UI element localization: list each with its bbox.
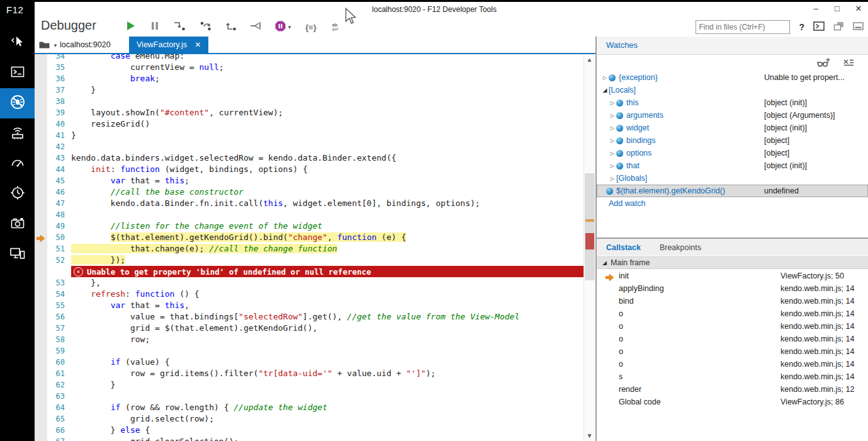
line-number[interactable]: 46 bbox=[35, 186, 65, 198]
expander-collapsed-icon[interactable]: ▷ bbox=[609, 176, 616, 181]
line-number[interactable]: 54 bbox=[35, 289, 65, 300]
editor-scrollbar[interactable]: ▲ ▼ bbox=[583, 54, 595, 441]
sidebar-item-ui-responsiveness[interactable] bbox=[0, 149, 35, 179]
close-tab-icon[interactable]: ✕ bbox=[194, 40, 201, 49]
minimize-icon[interactable]: – bbox=[810, 4, 821, 13]
expander-collapsed-icon[interactable]: ▷ bbox=[609, 125, 616, 131]
callstack-frame[interactable]: applyBindingkendo.web.min.js; 14 bbox=[597, 282, 868, 295]
callstack-frame[interactable]: renderkendo.web.min.js; 12 bbox=[597, 383, 868, 396]
watches-panel-header[interactable]: Watches bbox=[597, 37, 868, 55]
word-wrap-button[interactable]: abc↵ bbox=[330, 20, 341, 34]
line-number[interactable]: 52 bbox=[35, 255, 65, 266]
watch-row[interactable]: ▷arguments[object (Arguments)] bbox=[597, 109, 868, 122]
add-watch-icon[interactable] bbox=[817, 57, 830, 70]
sidebar-item-console[interactable] bbox=[0, 58, 35, 88]
code-editor[interactable]: 34 case eMenu.Map:35 currentView = null;… bbox=[35, 54, 595, 441]
expander-collapsed-icon[interactable]: ▷ bbox=[609, 163, 616, 169]
watch-row[interactable]: ◢[Locals] bbox=[597, 84, 868, 96]
step-over-button[interactable] bbox=[200, 20, 212, 34]
console-popup-button[interactable] bbox=[813, 21, 825, 33]
help-button[interactable]: ? bbox=[799, 22, 804, 32]
line-number[interactable]: 64 bbox=[35, 402, 65, 413]
line-number[interactable]: 62 bbox=[35, 379, 65, 391]
expander-expanded-icon[interactable]: ◢ bbox=[601, 87, 609, 93]
line-number[interactable]: 63 bbox=[35, 391, 65, 402]
callstack-frame[interactable]: initViewFactory.js; 50 bbox=[597, 270, 868, 282]
tab-viewfactory[interactable]: ViewFactory.js ✕ bbox=[129, 37, 208, 53]
find-in-files-input[interactable] bbox=[696, 20, 790, 34]
callstack-frame[interactable]: okendo.web.min.js; 14 bbox=[597, 358, 868, 370]
open-file-button[interactable]: ▼ bbox=[39, 40, 58, 51]
step-out-button[interactable] bbox=[225, 20, 237, 34]
line-number[interactable]: 44 bbox=[35, 164, 65, 175]
watch-row[interactable]: $(that.element).getKendoGrid()undefined bbox=[597, 185, 868, 197]
line-number[interactable]: 45 bbox=[35, 175, 65, 186]
scroll-up-icon[interactable]: ▲ bbox=[584, 54, 595, 65]
callstack-frame[interactable]: skendo.web.min.js; 14 bbox=[597, 370, 868, 383]
sidebar-item-debugger[interactable] bbox=[0, 88, 35, 118]
watch-row[interactable]: ▷that[object (init)] bbox=[597, 159, 868, 172]
tab-source-root[interactable]: localhost:9020 bbox=[60, 37, 111, 53]
line-number[interactable]: 51 bbox=[35, 243, 65, 255]
cascade-windows-button[interactable] bbox=[833, 21, 844, 33]
line-number[interactable]: 55 bbox=[35, 300, 65, 311]
line-number[interactable]: 36 bbox=[35, 73, 65, 84]
watch-row[interactable]: ▷{exception}Unable to get propert... bbox=[597, 71, 868, 84]
watch-row[interactable]: ▷[Globals] bbox=[597, 172, 868, 185]
callstack-group-row[interactable]: ◢ Main frame bbox=[597, 256, 868, 269]
continue-button[interactable] bbox=[125, 20, 136, 34]
add-watch-link[interactable]: Add watch bbox=[597, 197, 868, 210]
clear-watches-icon[interactable] bbox=[843, 57, 854, 70]
maximize-icon[interactable]: □ bbox=[831, 4, 843, 13]
expander-collapsed-icon[interactable]: ▷ bbox=[601, 75, 609, 81]
step-into-button[interactable] bbox=[174, 20, 186, 34]
line-number[interactable]: 66 bbox=[35, 425, 65, 436]
line-number[interactable]: 35 bbox=[35, 62, 65, 73]
line-number[interactable]: 34 bbox=[35, 54, 65, 62]
expander-collapsed-icon[interactable]: ▷ bbox=[609, 113, 616, 118]
close-icon[interactable]: ✕ bbox=[853, 4, 864, 13]
line-number[interactable]: 41 bbox=[35, 130, 65, 141]
line-number[interactable]: 65 bbox=[35, 413, 65, 425]
expander-collapsed-icon[interactable]: ▷ bbox=[609, 100, 616, 106]
sidebar-item-network[interactable] bbox=[0, 118, 35, 149]
scrollbar-thumb[interactable] bbox=[585, 173, 595, 280]
tab-callstack[interactable]: Callstack bbox=[606, 243, 641, 252]
watch-row[interactable]: ▷this[object (init)] bbox=[597, 96, 868, 109]
exception-behavior-button[interactable]: ▼ bbox=[275, 20, 292, 34]
expander-collapsed-icon[interactable]: ▷ bbox=[609, 138, 616, 144]
line-number[interactable]: 61 bbox=[35, 368, 65, 379]
line-number[interactable]: 60 bbox=[35, 357, 65, 368]
sidebar-item-dom-explorer[interactable] bbox=[0, 28, 35, 58]
line-number[interactable]: 40 bbox=[35, 118, 65, 130]
callstack-frame[interactable]: bindkendo.web.min.js; 14 bbox=[597, 295, 868, 307]
line-number[interactable]: 48 bbox=[35, 209, 65, 220]
line-number[interactable]: 43 bbox=[35, 152, 65, 164]
line-number[interactable]: 49 bbox=[35, 220, 65, 232]
sidebar-item-profiler[interactable] bbox=[0, 179, 35, 209]
callstack-frame[interactable]: okendo.web.min.js; 14 bbox=[597, 307, 868, 320]
sidebar-item-emulation[interactable] bbox=[0, 239, 35, 270]
line-number[interactable]: 37 bbox=[35, 84, 65, 96]
pretty-print-button[interactable]: {≡} bbox=[305, 20, 317, 34]
break-button[interactable] bbox=[149, 20, 161, 34]
callstack-frame[interactable]: okendo.web.min.js; 14 bbox=[597, 320, 868, 333]
line-number[interactable]: 39 bbox=[35, 107, 65, 118]
callstack-frame[interactable]: Global codeViewFactory.js; 86 bbox=[597, 396, 868, 408]
break-on-new-worker-button[interactable] bbox=[250, 20, 262, 34]
tab-breakpoints[interactable]: Breakpoints bbox=[660, 243, 701, 252]
watch-row[interactable]: ▷bindings[object] bbox=[597, 134, 868, 147]
callstack-frame[interactable]: okendo.web.min.js; 14 bbox=[597, 345, 868, 358]
watch-row[interactable]: ▷widget[object (init)] bbox=[597, 122, 868, 134]
line-number[interactable]: 53 bbox=[35, 277, 65, 289]
line-number[interactable]: 59 bbox=[35, 345, 65, 357]
line-number[interactable]: 67 bbox=[35, 436, 65, 441]
line-number[interactable]: 58 bbox=[35, 334, 65, 345]
line-number[interactable]: 57 bbox=[35, 323, 65, 334]
sidebar-item-memory[interactable] bbox=[0, 209, 35, 239]
dock-button[interactable] bbox=[853, 21, 864, 33]
scroll-down-icon[interactable]: ▼ bbox=[584, 430, 595, 441]
line-number[interactable]: 38 bbox=[35, 96, 65, 107]
expander-collapsed-icon[interactable]: ▷ bbox=[609, 151, 616, 156]
line-number[interactable]: 42 bbox=[35, 141, 65, 152]
